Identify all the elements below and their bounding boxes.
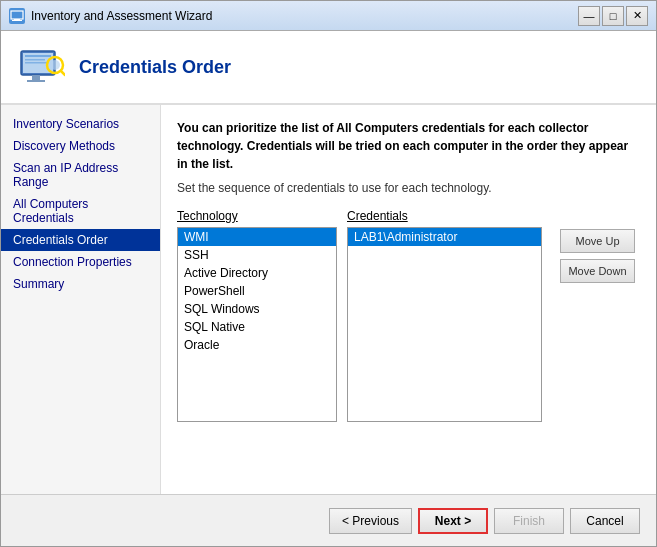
technology-listbox[interactable]: WMI SSH Active Directory PowerShell SQL …: [177, 227, 337, 422]
lists-area: Technology WMI SSH Active Directory Powe…: [177, 209, 640, 422]
next-button[interactable]: Next >: [418, 508, 488, 534]
technology-item-oracle[interactable]: Oracle: [178, 336, 336, 354]
footer: < Previous Next > Finish Cancel: [1, 494, 656, 546]
content-area: You can prioritize the list of All Compu…: [161, 105, 656, 494]
technology-item-powershell[interactable]: PowerShell: [178, 282, 336, 300]
close-button[interactable]: ✕: [626, 6, 648, 26]
technology-item-wmi[interactable]: WMI: [178, 228, 336, 246]
minimize-button[interactable]: —: [578, 6, 600, 26]
svg-point-11: [50, 60, 60, 70]
sidebar-item-discovery-methods[interactable]: Discovery Methods: [1, 135, 160, 157]
svg-rect-6: [27, 80, 45, 82]
main-area: Inventory Scenarios Discovery Methods Sc…: [1, 105, 656, 494]
sidebar-item-all-computers[interactable]: All Computers Credentials: [1, 193, 160, 229]
svg-rect-0: [11, 11, 23, 19]
move-buttons: Move Up Move Down: [560, 209, 635, 283]
maximize-button[interactable]: □: [602, 6, 624, 26]
main-window: Inventory and Assessment Wizard — □ ✕: [0, 0, 657, 547]
description-text: You can prioritize the list of All Compu…: [177, 119, 640, 173]
window-controls: — □ ✕: [578, 6, 648, 26]
finish-button[interactable]: Finish: [494, 508, 564, 534]
credentials-listbox[interactable]: LAB1\Administrator: [347, 227, 542, 422]
technology-label: Technology: [177, 209, 337, 223]
credentials-section: Credentials LAB1\Administrator: [347, 209, 542, 422]
header-icon: [17, 43, 65, 91]
sidebar-item-scan-ip[interactable]: Scan an IP Address Range: [1, 157, 160, 193]
svg-line-12: [61, 71, 65, 75]
svg-rect-5: [32, 75, 40, 80]
technology-item-active-directory[interactable]: Active Directory: [178, 264, 336, 282]
sidebar-item-inventory-scenarios[interactable]: Inventory Scenarios: [1, 113, 160, 135]
svg-rect-2: [12, 20, 22, 21]
svg-rect-8: [25, 59, 45, 61]
sidebar-item-connection-properties[interactable]: Connection Properties: [1, 251, 160, 273]
subtitle-text: Set the sequence of credentials to use f…: [177, 181, 640, 195]
window-title: Inventory and Assessment Wizard: [31, 9, 578, 23]
credentials-label: Credentials: [347, 209, 542, 223]
sidebar: Inventory Scenarios Discovery Methods Sc…: [1, 105, 161, 494]
technology-item-sql-native[interactable]: SQL Native: [178, 318, 336, 336]
move-up-button[interactable]: Move Up: [560, 229, 635, 253]
technology-section: Technology WMI SSH Active Directory Powe…: [177, 209, 337, 422]
credential-item-lab1-admin[interactable]: LAB1\Administrator: [348, 228, 541, 246]
svg-rect-7: [25, 55, 51, 57]
page-title: Credentials Order: [79, 57, 231, 78]
app-icon: [9, 8, 25, 24]
technology-item-ssh[interactable]: SSH: [178, 246, 336, 264]
sidebar-item-credentials-order[interactable]: Credentials Order: [1, 229, 160, 251]
svg-rect-9: [25, 62, 47, 64]
header: Credentials Order: [1, 31, 656, 105]
title-bar: Inventory and Assessment Wizard — □ ✕: [1, 1, 656, 31]
previous-button[interactable]: < Previous: [329, 508, 412, 534]
cancel-button[interactable]: Cancel: [570, 508, 640, 534]
sidebar-item-summary[interactable]: Summary: [1, 273, 160, 295]
technology-item-sql-windows[interactable]: SQL Windows: [178, 300, 336, 318]
move-down-button[interactable]: Move Down: [560, 259, 635, 283]
